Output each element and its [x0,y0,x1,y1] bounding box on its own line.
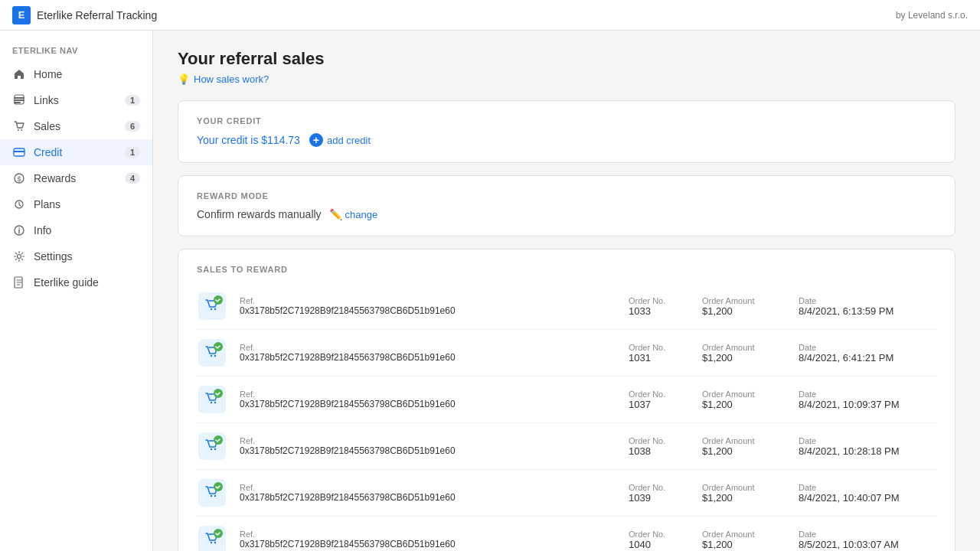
sidebar-item-settings[interactable]: Settings [0,243,152,269]
ref-value: 0x3178b5f2C71928B9f21845563798CB6D51b91e… [240,399,616,409]
ref-col: Ref. 0x3178b5f2C71928B9f21845563798CB6D5… [240,296,616,316]
credit-row: Your credit is $114.73 + add credit [197,133,936,147]
order-no-label: Order No. [629,343,690,352]
logo-letter: E [18,9,25,21]
svg-point-12 [18,227,20,229]
ref-col: Ref. 0x3178b5f2C71928B9f21845563798CB6D5… [240,436,616,456]
sidebar-item-credit-label: Credit [34,146,117,158]
order-amount-label: Order Amount [702,530,786,539]
order-amount-value: $1,200 [702,539,786,550]
sidebar-nav-label: ETERLIKE NAV [0,43,152,61]
cart-icon [197,384,227,415]
svg-rect-1 [14,99,24,101]
reward-mode-title: REWARD MODE [197,191,936,201]
sidebar-item-settings-label: Settings [34,250,140,262]
order-no-value: 1031 [629,352,690,364]
order-no-label: Order No. [629,436,690,445]
sidebar-item-guide[interactable]: Eterlike guide [0,269,152,295]
topbar: E Eterlike Referral Tracking by Leveland… [0,0,980,31]
add-credit-icon: + [309,133,323,147]
date-label: Date [799,390,936,399]
date-value: 8/5/2021, 10:03:07 AM [799,539,936,550]
order-amount-label: Order Amount [702,436,786,445]
sidebar-item-sales[interactable]: Sales 6 [0,113,152,139]
order-amount-col: Order Amount $1,200 [702,530,786,550]
order-no-value: 1033 [629,305,690,317]
your-credit-card: YOUR CREDIT Your credit is $114.73 + add… [178,100,956,163]
order-amount-col: Order Amount $1,200 [702,390,786,410]
sidebar-item-links-label: Links [34,94,117,106]
sidebar-item-rewards[interactable]: $ Rewards 4 [0,165,152,191]
sidebar-item-home[interactable]: Home [0,61,152,87]
sidebar-item-rewards-label: Rewards [34,172,117,184]
change-reward-button[interactable]: ✏️ change [329,208,378,220]
order-amount-col: Order Amount $1,200 [702,483,786,504]
sidebar-item-plans[interactable]: Plans [0,191,152,217]
sidebar-item-home-label: Home [34,68,140,80]
order-no-value: 1038 [629,445,690,457]
order-amount-value: $1,200 [702,399,786,410]
date-col: Date 8/4/2021, 10:28:18 PM [799,436,936,457]
order-no-col: Order No. 1040 [629,530,690,550]
order-no-label: Order No. [629,390,690,399]
date-col: Date 8/4/2021, 6:13:59 PM [799,296,936,317]
table-row: Ref. 0x3178b5f2C71928B9f21845563798CB6D5… [197,517,936,551]
svg-point-32 [211,495,212,497]
info-icon [12,223,26,237]
sidebar-item-credit[interactable]: Credit 1 [0,139,152,165]
ref-label: Ref. [240,343,616,352]
date-value: 8/4/2021, 6:41:21 PM [799,352,936,364]
settings-icon [12,249,26,263]
add-credit-button[interactable]: + add credit [309,133,371,147]
table-row: Ref. 0x3178b5f2C71928B9f21845563798CB6D5… [197,330,936,377]
order-no-col: Order No. 1037 [629,390,690,410]
svg-point-20 [211,355,212,357]
home-icon [12,67,26,81]
topbar-by: by Leveland s.r.o. [896,10,968,21]
app-logo: E [12,6,31,24]
how-sales-link[interactable]: 💡 How sales work? [178,73,956,85]
reward-row: Confirm rewards manually ✏️ change [197,208,936,220]
ref-col: Ref. 0x3178b5f2C71928B9f21845563798CB6D5… [240,343,616,363]
cart-icon [197,337,227,368]
order-amount-label: Order Amount [702,390,786,399]
svg-point-21 [214,355,216,357]
topbar-left: E Eterlike Referral Tracking [12,6,157,24]
ref-value: 0x3178b5f2C71928B9f21845563798CB6D51b91e… [240,352,616,363]
sidebar-item-links-badge: 1 [125,95,140,106]
svg-point-29 [214,448,216,450]
date-label: Date [799,436,936,445]
sidebar-item-sales-label: Sales [34,120,117,132]
page-title: Your referral sales [178,49,956,69]
date-value: 8/4/2021, 10:28:18 PM [799,445,936,457]
svg-rect-27 [198,432,226,460]
guide-icon [12,276,26,289]
cart-icon [197,524,227,551]
svg-rect-15 [198,292,226,320]
sidebar-item-links[interactable]: Links 1 [0,87,152,113]
sidebar-item-guide-label: Eterlike guide [34,276,140,289]
ref-label: Ref. [240,483,616,492]
date-col: Date 8/5/2021, 10:03:07 AM [799,530,936,550]
date-value: 8/4/2021, 10:09:37 PM [799,399,936,410]
sidebar: ETERLIKE NAV Home Links 1 [0,31,153,551]
date-value: 8/4/2021, 6:13:59 PM [799,305,936,317]
app-name: Eterlike Referral Tracking [37,9,157,21]
sidebar-item-info[interactable]: Info [0,217,152,243]
order-no-col: Order No. 1038 [629,436,690,457]
ref-label: Ref. [240,390,616,399]
order-amount-value: $1,200 [702,305,786,317]
cart-icon [197,431,227,461]
svg-point-13 [18,255,21,259]
credit-value: Your credit is $114.73 [197,134,300,146]
lightbulb-icon: 💡 [178,73,190,85]
order-no-col: Order No. 1031 [629,343,690,364]
svg-rect-31 [198,479,226,507]
date-col: Date 8/4/2021, 10:09:37 PM [799,390,936,410]
svg-point-17 [214,308,216,310]
ref-col: Ref. 0x3178b5f2C71928B9f21845563798CB6D5… [240,530,616,549]
table-row: Ref. 0x3178b5f2C71928B9f21845563798CB6D5… [197,470,936,517]
order-no-label: Order No. [629,530,690,539]
ref-col: Ref. 0x3178b5f2C71928B9f21845563798CB6D5… [240,483,616,503]
pencil-icon: ✏️ [329,208,342,220]
